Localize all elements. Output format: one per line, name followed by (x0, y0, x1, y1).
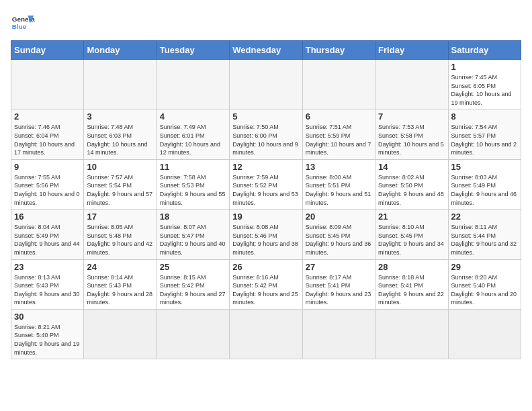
calendar-cell (157, 309, 229, 359)
calendar-cell: 2Sunrise: 7:46 AM Sunset: 6:04 PM Daylig… (11, 109, 84, 159)
calendar-week-2: 2Sunrise: 7:46 AM Sunset: 6:04 PM Daylig… (11, 109, 521, 159)
day-info: Sunrise: 8:07 AM Sunset: 5:47 PM Dayligh… (160, 223, 226, 257)
calendar-cell: 18Sunrise: 8:07 AM Sunset: 5:47 PM Dayli… (157, 210, 229, 259)
day-number: 8 (451, 111, 518, 122)
calendar-cell (84, 309, 157, 359)
calendar-cell: 1Sunrise: 7:45 AM Sunset: 6:05 PM Daylig… (448, 60, 521, 109)
calendar-cell: 4Sunrise: 7:49 AM Sunset: 6:01 PM Daylig… (157, 109, 229, 159)
day-number: 6 (306, 111, 372, 122)
calendar-cell (230, 60, 302, 109)
day-number: 23 (14, 262, 81, 272)
day-number: 5 (232, 111, 299, 122)
calendar-cell (157, 60, 229, 109)
calendar-cell (11, 60, 84, 109)
calendar-cell: 10Sunrise: 7:57 AM Sunset: 5:54 PM Dayli… (84, 159, 157, 209)
day-number: 1 (451, 62, 518, 72)
calendar-cell: 25Sunrise: 8:15 AM Sunset: 5:42 PM Dayli… (157, 259, 229, 309)
day-number: 14 (378, 162, 445, 172)
logo-icon: General Blue (11, 11, 35, 35)
day-info: Sunrise: 7:54 AM Sunset: 5:57 PM Dayligh… (451, 123, 518, 156)
calendar-cell (302, 309, 375, 359)
day-number: 4 (160, 111, 226, 122)
calendar-week-6: 30Sunrise: 8:21 AM Sunset: 5:40 PM Dayli… (11, 309, 521, 359)
calendar-cell: 15Sunrise: 8:03 AM Sunset: 5:49 PM Dayli… (448, 159, 521, 209)
day-info: Sunrise: 8:09 AM Sunset: 5:45 PM Dayligh… (306, 223, 372, 257)
calendar-cell (230, 309, 302, 359)
page-header: General Blue (11, 11, 521, 35)
calendar-cell: 28Sunrise: 8:18 AM Sunset: 5:41 PM Dayli… (375, 259, 448, 309)
calendar-cell: 19Sunrise: 8:08 AM Sunset: 5:46 PM Dayli… (230, 210, 302, 259)
calendar-cell (375, 60, 448, 109)
day-number: 18 (160, 212, 226, 222)
day-info: Sunrise: 8:15 AM Sunset: 5:42 PM Dayligh… (160, 273, 226, 307)
calendar-cell: 6Sunrise: 7:51 AM Sunset: 5:59 PM Daylig… (302, 109, 375, 159)
calendar-cell (448, 309, 521, 359)
calendar-cell: 26Sunrise: 8:16 AM Sunset: 5:42 PM Dayli… (230, 259, 302, 309)
calendar-cell (302, 60, 375, 109)
day-number: 2 (14, 111, 81, 122)
day-number: 25 (160, 262, 226, 272)
day-number: 29 (451, 262, 518, 272)
day-info: Sunrise: 7:57 AM Sunset: 5:54 PM Dayligh… (87, 173, 153, 207)
calendar-week-1: 1Sunrise: 7:45 AM Sunset: 6:05 PM Daylig… (11, 60, 521, 109)
day-info: Sunrise: 7:49 AM Sunset: 6:01 PM Dayligh… (160, 123, 226, 156)
weekday-header-sunday: Sunday (11, 41, 84, 60)
day-info: Sunrise: 8:02 AM Sunset: 5:50 PM Dayligh… (378, 173, 445, 207)
day-info: Sunrise: 7:59 AM Sunset: 5:52 PM Dayligh… (232, 173, 299, 207)
day-info: Sunrise: 8:20 AM Sunset: 5:40 PM Dayligh… (451, 273, 518, 307)
calendar-cell: 20Sunrise: 8:09 AM Sunset: 5:45 PM Dayli… (302, 210, 375, 259)
weekday-header-friday: Friday (375, 41, 448, 60)
calendar-cell: 27Sunrise: 8:17 AM Sunset: 5:41 PM Dayli… (302, 259, 375, 309)
calendar-week-5: 23Sunrise: 8:13 AM Sunset: 5:43 PM Dayli… (11, 259, 521, 309)
day-number: 15 (451, 162, 518, 172)
day-info: Sunrise: 8:17 AM Sunset: 5:41 PM Dayligh… (306, 273, 372, 307)
calendar-table: SundayMondayTuesdayWednesdayThursdayFrid… (11, 40, 521, 359)
day-number: 27 (306, 262, 372, 272)
day-info: Sunrise: 7:45 AM Sunset: 6:05 PM Dayligh… (451, 73, 518, 107)
day-info: Sunrise: 8:05 AM Sunset: 5:48 PM Dayligh… (87, 223, 153, 257)
day-number: 16 (14, 212, 81, 222)
svg-text:Blue: Blue (12, 23, 27, 30)
calendar-cell: 5Sunrise: 7:50 AM Sunset: 6:00 PM Daylig… (230, 109, 302, 159)
calendar-cell (84, 60, 157, 109)
day-info: Sunrise: 8:08 AM Sunset: 5:46 PM Dayligh… (232, 223, 299, 257)
day-number: 19 (232, 212, 299, 222)
day-info: Sunrise: 8:13 AM Sunset: 5:43 PM Dayligh… (14, 273, 81, 307)
day-info: Sunrise: 8:14 AM Sunset: 5:43 PM Dayligh… (87, 273, 153, 307)
day-info: Sunrise: 8:16 AM Sunset: 5:42 PM Dayligh… (232, 273, 299, 307)
day-number: 12 (232, 162, 299, 172)
weekday-header-monday: Monday (84, 41, 157, 60)
calendar-week-3: 9Sunrise: 7:55 AM Sunset: 5:56 PM Daylig… (11, 159, 521, 209)
calendar-week-4: 16Sunrise: 8:04 AM Sunset: 5:49 PM Dayli… (11, 210, 521, 259)
calendar-cell: 23Sunrise: 8:13 AM Sunset: 5:43 PM Dayli… (11, 259, 84, 309)
day-info: Sunrise: 7:51 AM Sunset: 5:59 PM Dayligh… (306, 123, 372, 156)
day-number: 17 (87, 212, 153, 222)
calendar-cell: 8Sunrise: 7:54 AM Sunset: 5:57 PM Daylig… (448, 109, 521, 159)
day-info: Sunrise: 7:50 AM Sunset: 6:00 PM Dayligh… (232, 123, 299, 156)
day-number: 7 (378, 111, 445, 122)
weekday-header-thursday: Thursday (302, 41, 375, 60)
calendar-cell: 9Sunrise: 7:55 AM Sunset: 5:56 PM Daylig… (11, 159, 84, 209)
calendar-cell: 22Sunrise: 8:11 AM Sunset: 5:44 PM Dayli… (448, 210, 521, 259)
weekday-header-row: SundayMondayTuesdayWednesdayThursdayFrid… (11, 41, 521, 60)
weekday-header-saturday: Saturday (448, 41, 521, 60)
calendar-cell: 12Sunrise: 7:59 AM Sunset: 5:52 PM Dayli… (230, 159, 302, 209)
day-number: 30 (14, 312, 81, 322)
calendar-cell: 17Sunrise: 8:05 AM Sunset: 5:48 PM Dayli… (84, 210, 157, 259)
calendar-cell: 14Sunrise: 8:02 AM Sunset: 5:50 PM Dayli… (375, 159, 448, 209)
day-info: Sunrise: 7:48 AM Sunset: 6:03 PM Dayligh… (87, 123, 153, 156)
day-info: Sunrise: 7:53 AM Sunset: 5:58 PM Dayligh… (378, 123, 445, 156)
calendar-cell (375, 309, 448, 359)
day-number: 24 (87, 262, 153, 272)
calendar-cell: 13Sunrise: 8:00 AM Sunset: 5:51 PM Dayli… (302, 159, 375, 209)
calendar-cell: 7Sunrise: 7:53 AM Sunset: 5:58 PM Daylig… (375, 109, 448, 159)
logo: General Blue (11, 11, 35, 35)
calendar-cell: 11Sunrise: 7:58 AM Sunset: 5:53 PM Dayli… (157, 159, 229, 209)
day-number: 11 (160, 162, 226, 172)
calendar-cell: 24Sunrise: 8:14 AM Sunset: 5:43 PM Dayli… (84, 259, 157, 309)
calendar-cell: 29Sunrise: 8:20 AM Sunset: 5:40 PM Dayli… (448, 259, 521, 309)
day-info: Sunrise: 8:04 AM Sunset: 5:49 PM Dayligh… (14, 223, 81, 257)
day-info: Sunrise: 8:10 AM Sunset: 5:45 PM Dayligh… (378, 223, 445, 257)
day-number: 26 (232, 262, 299, 272)
day-info: Sunrise: 8:18 AM Sunset: 5:41 PM Dayligh… (378, 273, 445, 307)
